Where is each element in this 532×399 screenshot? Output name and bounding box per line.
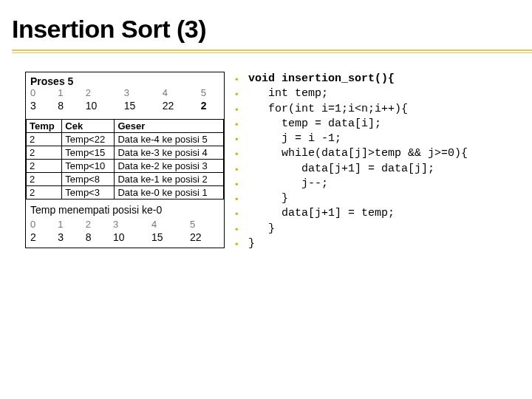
table-row: 2 Temp<22 Data ke-4 ke posisi 5 — [27, 133, 224, 146]
bullet-icon: • — [235, 102, 248, 117]
code-line: • j--; — [235, 177, 514, 191]
bullet-icon: • — [235, 222, 248, 236]
title-underline — [12, 50, 532, 58]
code-text: } — [248, 191, 288, 206]
bullet-icon: • — [235, 236, 248, 251]
table-row: 2 Temp<10 Data ke-2 ke posisi 3 — [27, 160, 224, 173]
code-line: •void insertion_sort(){ — [235, 72, 514, 86]
code-block: •void insertion_sort(){• int temp;• for(… — [235, 72, 514, 251]
code-text: data[j+1] = data[j]; — [248, 162, 434, 177]
bottom-array: 0 1 2 3 4 5 2 3 8 10 15 22 — [26, 219, 224, 245]
steps-header-row: Temp Cek Geser — [27, 120, 224, 133]
proses-label: Proses 5 — [26, 74, 224, 87]
code-text: void insertion_sort(){ — [248, 72, 395, 86]
figure-box: Proses 5 0 1 2 3 4 5 3 8 10 15 — [25, 72, 225, 248]
code-line: • j = i -1; — [235, 132, 514, 146]
code-line: •} — [235, 236, 514, 251]
bullet-icon: • — [235, 146, 248, 161]
code-text: j--; — [248, 177, 328, 191]
bullet-icon: • — [235, 72, 248, 86]
bullet-icon: • — [235, 117, 248, 132]
bottom-value-row: 2 3 8 10 15 22 — [26, 231, 224, 245]
code-text: data[j+1] = temp; — [248, 206, 395, 221]
bullet-icon: • — [235, 132, 248, 146]
code-text: while(data[j]>temp && j>=0){ — [248, 146, 468, 161]
code-text: j = i -1; — [248, 132, 341, 146]
code-text: temp = data[i]; — [248, 117, 381, 132]
bullet-icon: • — [235, 177, 248, 191]
code-line: • } — [235, 222, 514, 236]
bottom-index-row: 0 1 2 3 4 5 — [26, 219, 224, 231]
table-row: 2 Temp<3 Data ke-0 ke posisi 1 — [27, 186, 224, 200]
code-line: • data[j+1] = temp; — [235, 206, 514, 221]
code-text: for(int i=1;i<n;i++){ — [248, 102, 408, 117]
bullet-icon: • — [235, 206, 248, 221]
code-line: • while(data[j]>temp && j>=0){ — [235, 146, 514, 161]
code-line: • data[j+1] = data[j]; — [235, 162, 514, 177]
code-line: • for(int i=1;i<n;i++){ — [235, 102, 514, 117]
code-text: int temp; — [248, 86, 328, 101]
code-line: • int temp; — [235, 86, 514, 101]
code-line: • temp = data[i]; — [235, 117, 514, 132]
bullet-icon: • — [235, 191, 248, 206]
steps-table: Temp Cek Geser 2 Temp<22 Data ke-4 ke po… — [26, 119, 224, 200]
top-array: 0 1 2 3 4 5 3 8 10 15 22 2 — [26, 87, 224, 113]
top-index-row: 0 1 2 3 4 5 — [26, 87, 224, 100]
temp-position-text: Temp menempati posisi ke-0 — [26, 200, 224, 219]
code-text: } — [248, 236, 255, 251]
table-row: 2 Temp<15 Data ke-3 ke posisi 4 — [27, 146, 224, 160]
page-title: Insertion Sort (3) — [0, 0, 532, 50]
table-row: 2 Temp<8 Data ke-1 ke posisi 2 — [27, 173, 224, 186]
code-line: • } — [235, 191, 514, 206]
bullet-icon: • — [235, 162, 248, 177]
code-text: } — [248, 222, 275, 236]
bullet-icon: • — [235, 86, 248, 101]
top-value-row: 3 8 10 15 22 2 — [26, 100, 224, 113]
